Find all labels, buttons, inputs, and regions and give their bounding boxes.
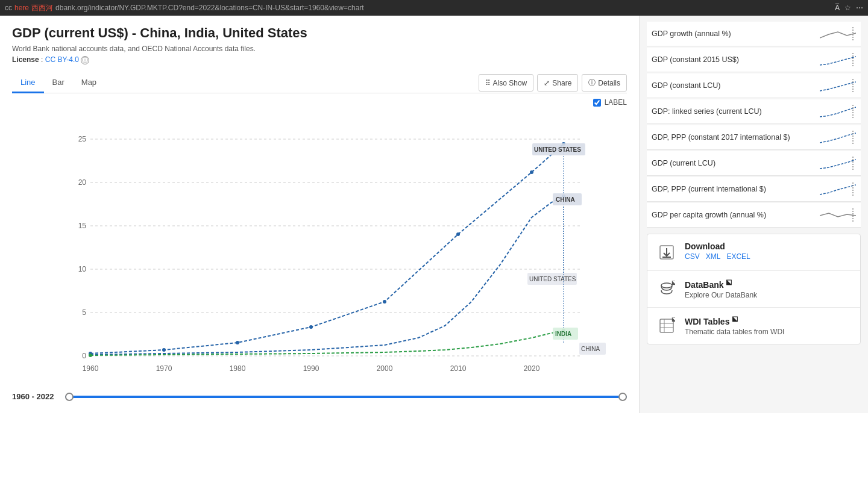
toolbar-right: ⠿ Also Show ⤢ Share ⓘ Details bbox=[479, 74, 627, 92]
databank-title: DataBank ⬕ bbox=[685, 278, 757, 290]
license-info-icon[interactable]: ⓘ bbox=[81, 56, 89, 64]
related-item-4[interactable]: GDP, PPP (constant 2017 international $) bbox=[647, 125, 861, 150]
databank-sub: Explore Our DataBank bbox=[685, 291, 757, 299]
license-link[interactable]: CC BY-4.0 bbox=[45, 55, 79, 64]
action-info-wdi: WDI Tables ⬕ Thematic data tables from W… bbox=[685, 315, 784, 336]
also-show-icon: ⠿ bbox=[485, 79, 491, 87]
url-label: dbank.org/indicator/NY.GDP.MKTP.CD?end=2… bbox=[55, 4, 364, 12]
license-text: License : CC BY-4.0 ⓘ bbox=[12, 55, 627, 64]
svg-text:25: 25 bbox=[78, 135, 87, 143]
related-item-label-2: GDP (constant LCU) bbox=[652, 81, 720, 90]
sparkline-7 bbox=[820, 208, 856, 222]
related-item-2[interactable]: GDP (constant LCU) bbox=[647, 73, 861, 98]
related-item-3[interactable]: GDP: linked series (current LCU) bbox=[647, 99, 861, 124]
sparkline-6 bbox=[820, 182, 856, 196]
related-item-label-3: GDP: linked series (current LCU) bbox=[652, 107, 762, 116]
ext-icon-databank: ⬕ bbox=[726, 278, 732, 285]
range-track bbox=[65, 396, 627, 398]
tab-map[interactable]: Map bbox=[73, 73, 105, 93]
related-item-label-1: GDP (constant 2015 US$) bbox=[652, 55, 739, 64]
us-line bbox=[90, 144, 564, 353]
csv-link[interactable]: CSV bbox=[685, 252, 700, 261]
main-layout: GDP (current US$) - China, India, United… bbox=[0, 16, 868, 413]
chart-toolbar: Line Bar Map ⠿ Also Show ⤢ Share ⓘ Detai… bbox=[12, 73, 627, 93]
svg-text:UNITED STATES: UNITED STATES bbox=[529, 276, 576, 282]
range-label: 1960 - 2022 bbox=[12, 392, 60, 401]
label-text: LABEL bbox=[605, 98, 627, 107]
wdi-icon: ⬕ bbox=[656, 315, 678, 337]
svg-point-25 bbox=[530, 170, 533, 174]
chart-svg: 0 5 10 15 20 25 1960 1970 1980 1990 bbox=[12, 109, 627, 386]
tab-bar[interactable]: Bar bbox=[44, 73, 73, 93]
svg-point-22 bbox=[309, 325, 313, 329]
sparkline-2 bbox=[820, 79, 856, 92]
svg-text:CHINA: CHINA bbox=[581, 346, 600, 352]
page-title: GDP (current US$) - China, India, United… bbox=[12, 25, 627, 41]
related-item-1[interactable]: GDP (constant 2015 US$) bbox=[647, 48, 861, 72]
download-title: Download bbox=[685, 241, 750, 251]
related-item-6[interactable]: GDP, PPP (current international $) bbox=[647, 177, 861, 202]
left-panel: GDP (current US$) - China, India, United… bbox=[0, 16, 639, 413]
chinese-label: 西西河 bbox=[31, 3, 53, 13]
tab-line[interactable]: Line bbox=[12, 73, 44, 93]
india-line bbox=[90, 331, 564, 355]
wdi-sub: Thematic data tables from WDI bbox=[685, 328, 784, 336]
sparkline-5 bbox=[820, 157, 856, 170]
svg-point-20 bbox=[162, 348, 166, 352]
cc-label: cc bbox=[5, 4, 12, 12]
share-label: Share bbox=[552, 79, 571, 87]
star-icon: ☆ bbox=[844, 4, 851, 12]
here-label: here bbox=[14, 4, 29, 12]
details-icon: ⓘ bbox=[588, 78, 596, 88]
related-item-0[interactable]: GDP growth (annual %) bbox=[647, 22, 861, 46]
right-panel: GDP growth (annual %) GDP (constant 2015… bbox=[639, 16, 868, 413]
source-text: World Bank national accounts data, and O… bbox=[12, 45, 627, 53]
svg-point-23 bbox=[383, 300, 386, 304]
range-bar-area: 1960 - 2022 bbox=[12, 386, 627, 403]
chart-area: LABEL 0 5 10 15 20 25 bbox=[12, 96, 627, 403]
range-handle-left[interactable] bbox=[65, 393, 74, 401]
details-button[interactable]: ⓘ Details bbox=[582, 74, 627, 92]
svg-text:2010: 2010 bbox=[450, 364, 467, 373]
svg-text:15: 15 bbox=[78, 222, 87, 230]
related-item-label-0: GDP growth (annual %) bbox=[652, 30, 731, 38]
xml-link[interactable]: XML bbox=[706, 252, 721, 261]
svg-text:UNITED STATES: UNITED STATES bbox=[534, 146, 581, 153]
svg-text:5: 5 bbox=[82, 308, 86, 317]
also-show-button[interactable]: ⠿ Also Show bbox=[479, 74, 534, 92]
svg-text:10: 10 bbox=[78, 265, 87, 273]
action-card-databank[interactable]: ⬕ DataBank ⬕ Explore Our DataBank bbox=[647, 271, 860, 308]
related-item-7[interactable]: GDP per capita growth (annual %) bbox=[647, 203, 861, 228]
related-list: GDP growth (annual %) GDP (constant 2015… bbox=[647, 22, 861, 228]
details-label: Details bbox=[598, 79, 620, 87]
share-button[interactable]: ⤢ Share bbox=[537, 74, 578, 92]
svg-text:1990: 1990 bbox=[303, 364, 319, 373]
related-item-label-6: GDP, PPP (current international $) bbox=[652, 185, 766, 193]
label-row: LABEL bbox=[12, 96, 627, 109]
sparkline-4 bbox=[820, 131, 856, 144]
wdi-title: WDI Tables ⬕ bbox=[685, 315, 784, 326]
svg-text:0: 0 bbox=[82, 352, 86, 360]
range-handle-right[interactable] bbox=[618, 393, 627, 401]
svg-text:2000: 2000 bbox=[377, 364, 393, 373]
svg-point-56 bbox=[661, 283, 672, 288]
databank-icon: ⬕ bbox=[656, 278, 678, 300]
excel-link[interactable]: EXCEL bbox=[726, 252, 750, 261]
svg-text:2020: 2020 bbox=[524, 364, 540, 373]
menu-icon: ⋯ bbox=[856, 4, 863, 12]
svg-text:CHINA: CHINA bbox=[556, 196, 575, 203]
label-checkbox[interactable] bbox=[593, 99, 601, 107]
svg-point-24 bbox=[456, 232, 460, 236]
svg-point-35 bbox=[89, 353, 92, 357]
svg-point-21 bbox=[236, 341, 239, 344]
svg-text:1970: 1970 bbox=[156, 364, 172, 373]
svg-text:20: 20 bbox=[78, 178, 87, 187]
related-item-label-7: GDP per capita growth (annual %) bbox=[652, 211, 766, 219]
also-show-label: Also Show bbox=[493, 79, 527, 87]
svg-text:1980: 1980 bbox=[230, 364, 246, 373]
action-card-wdi[interactable]: ⬕ WDI Tables ⬕ Thematic data tables from… bbox=[647, 308, 860, 344]
action-info-databank: DataBank ⬕ Explore Our DataBank bbox=[685, 278, 757, 299]
action-info-download: Download CSV XML EXCEL bbox=[685, 241, 750, 261]
related-item-5[interactable]: GDP (current LCU) bbox=[647, 151, 861, 176]
svg-text:INDIA: INDIA bbox=[555, 331, 571, 337]
